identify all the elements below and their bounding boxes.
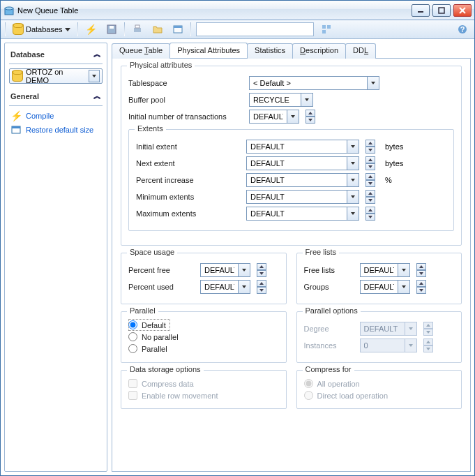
- folder-icon: [152, 24, 163, 35]
- max-extents-combo[interactable]: [246, 207, 359, 221]
- physical-panel: Physical attributes Tablespace Buffer po…: [112, 59, 471, 472]
- database-select[interactable]: ORTOZ on DEMO: [9, 68, 103, 84]
- svg-rect-14: [322, 30, 326, 34]
- label-buffer-pool: Buffer pool: [128, 96, 243, 104]
- svg-marker-37: [419, 282, 423, 285]
- svg-rect-12: [322, 25, 326, 29]
- sidebar-general-header[interactable]: General ︽: [9, 89, 103, 106]
- compile-button[interactable]: ⚡: [82, 22, 100, 37]
- tab-ddl[interactable]: DDL: [345, 43, 376, 59]
- go-button[interactable]: [317, 22, 335, 37]
- restore-size-button[interactable]: [169, 22, 187, 37]
- percent-increase-combo[interactable]: [246, 173, 359, 187]
- svg-marker-25: [368, 175, 372, 178]
- tab-queue-table[interactable]: Queue Table: [112, 43, 170, 59]
- group-parallel: Parallel Default No parallel Parallel: [121, 311, 287, 363]
- print-icon: [132, 24, 143, 35]
- label-percent-used: Percent used: [128, 283, 195, 291]
- collapse-icon: ︽: [93, 91, 101, 101]
- percent-used-spin[interactable]: [257, 280, 266, 294]
- window-title: New Queue Table: [17, 6, 412, 15]
- label-percent-free: Percent free: [128, 266, 195, 274]
- svg-marker-26: [368, 182, 372, 185]
- minimize-button[interactable]: [412, 4, 430, 17]
- sidebar-item-restore[interactable]: Restore default size: [9, 123, 103, 137]
- svg-marker-20: [308, 119, 312, 121]
- svg-marker-41: [426, 341, 430, 343]
- database-icon: [13, 24, 24, 35]
- svg-marker-19: [308, 112, 312, 114]
- percent-increase-spin[interactable]: [365, 173, 375, 187]
- group-parallel-options: Parallel options Degree Instances: [296, 311, 462, 363]
- group-space-usage: Space usage Percent free Percent used: [121, 253, 287, 304]
- free-lists-spin[interactable]: [416, 263, 426, 277]
- svg-marker-34: [259, 289, 264, 292]
- window-icon: [10, 124, 22, 135]
- groups-spin[interactable]: [416, 280, 426, 294]
- next-extent-spin[interactable]: [365, 156, 375, 170]
- tablespace-combo[interactable]: [249, 76, 379, 90]
- svg-marker-35: [419, 265, 423, 268]
- bolt-icon: ⚡: [85, 24, 97, 35]
- svg-marker-29: [368, 209, 372, 211]
- save-button[interactable]: [103, 22, 121, 37]
- percent-free-spin[interactable]: [257, 263, 266, 277]
- percent-used-combo[interactable]: [200, 280, 250, 294]
- initial-extent-spin[interactable]: [365, 140, 375, 154]
- svg-marker-32: [259, 272, 264, 275]
- groups-combo[interactable]: [360, 280, 410, 294]
- svg-rect-7: [110, 26, 114, 29]
- close-button[interactable]: [453, 4, 472, 17]
- chevron-down-icon: [89, 70, 100, 82]
- maximize-button[interactable]: [432, 4, 451, 17]
- svg-marker-38: [419, 289, 423, 292]
- label-free-lists: Free lists: [304, 266, 354, 274]
- bolt-icon: ⚡: [10, 110, 22, 121]
- tab-physical-attributes[interactable]: Physical Attributes: [169, 43, 248, 58]
- sidebar-database-header[interactable]: Database ︽: [9, 47, 103, 64]
- group-physical-attributes: Physical attributes Tablespace Buffer po…: [121, 66, 462, 246]
- open-file-button[interactable]: [149, 22, 167, 37]
- svg-marker-28: [368, 199, 372, 202]
- radio-all-operation: All operation: [304, 378, 455, 389]
- databases-button[interactable]: Databases: [9, 22, 74, 37]
- svg-rect-3: [439, 8, 444, 13]
- label-max-extents: Maximum extents: [136, 209, 241, 218]
- svg-point-1: [5, 7, 13, 10]
- next-extent-combo[interactable]: [246, 156, 359, 170]
- databases-label: Databases: [26, 25, 63, 34]
- buffer-pool-combo[interactable]: [249, 93, 313, 107]
- init-trans-combo[interactable]: [249, 110, 299, 124]
- svg-marker-27: [368, 192, 372, 195]
- tab-statistics[interactable]: Statistics: [247, 43, 293, 59]
- sidebar-item-compile[interactable]: ⚡ Compile: [9, 109, 103, 123]
- free-lists-combo[interactable]: [360, 263, 410, 277]
- svg-marker-22: [368, 149, 372, 151]
- init-trans-spin[interactable]: [306, 110, 315, 124]
- print-button[interactable]: [128, 22, 146, 37]
- radio-no-parallel[interactable]: No parallel: [128, 331, 279, 343]
- svg-rect-18: [12, 126, 20, 128]
- label-next-extent: Next extent: [136, 159, 241, 168]
- min-extents-combo[interactable]: [246, 190, 359, 204]
- radio-parallel-default[interactable]: Default: [128, 319, 170, 331]
- initial-extent-combo[interactable]: [246, 140, 359, 154]
- svg-marker-24: [368, 165, 372, 168]
- svg-marker-21: [368, 142, 372, 144]
- max-extents-spin[interactable]: [365, 207, 375, 221]
- svg-text:?: ?: [460, 25, 465, 34]
- toolbar-combo[interactable]: [196, 22, 314, 36]
- help-button[interactable]: ?: [453, 22, 472, 37]
- label-min-extents: Minimum extents: [136, 193, 241, 201]
- min-extents-spin[interactable]: [365, 190, 375, 204]
- degree-combo: [360, 322, 417, 336]
- svg-marker-31: [259, 265, 264, 268]
- svg-rect-9: [135, 25, 140, 28]
- tab-description[interactable]: Description: [292, 43, 346, 59]
- group-compress-for: Compress for All operation Direct load o…: [296, 370, 462, 409]
- radio-parallel[interactable]: Parallel: [128, 343, 279, 355]
- radio-direct-load: Direct load operation: [304, 389, 455, 401]
- percent-free-combo[interactable]: [200, 263, 250, 277]
- save-icon: [106, 24, 117, 35]
- label-groups: Groups: [304, 283, 354, 291]
